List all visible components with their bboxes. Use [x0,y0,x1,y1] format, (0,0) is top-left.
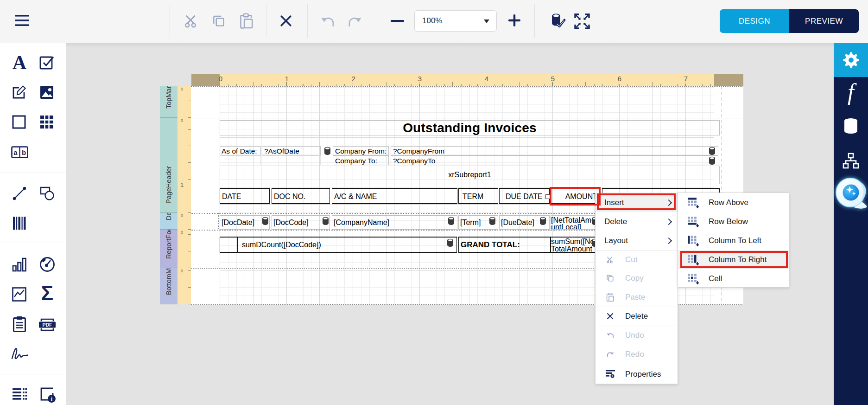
svg-text:b: b [22,148,26,156]
svg-text:PDF: PDF [43,322,53,328]
svg-text:a: a [13,148,18,156]
